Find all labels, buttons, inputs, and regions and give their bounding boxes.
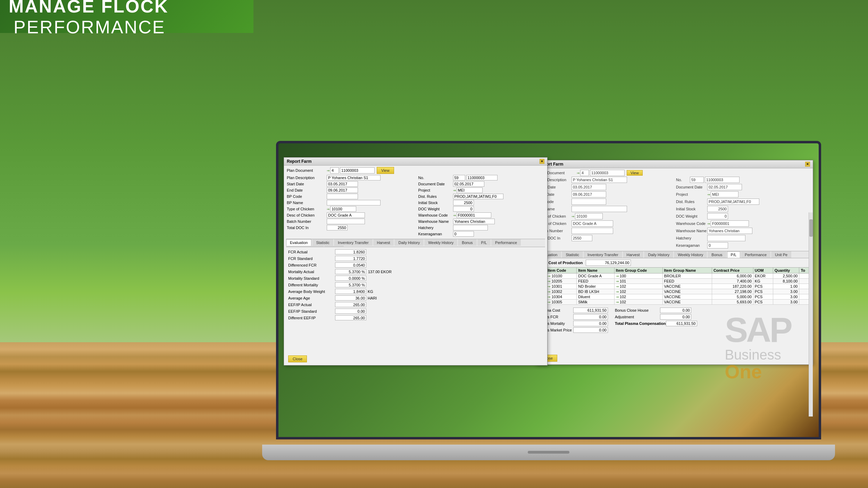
tab-weekly-right[interactable]: Weekly History bbox=[674, 251, 707, 258]
right-plan-desc-input[interactable] bbox=[571, 177, 627, 183]
right-plan-doc-num[interactable] bbox=[580, 170, 589, 176]
tab-performance-left[interactable]: Performance bbox=[491, 239, 521, 246]
cell-group-name: VACCINE bbox=[662, 300, 712, 305]
right-project-input[interactable] bbox=[711, 191, 738, 197]
eef-actual-label: EEF/IP Actual bbox=[288, 303, 335, 307]
left-start-date-input[interactable] bbox=[327, 181, 358, 187]
tab-unit-right[interactable]: Unit Pe bbox=[771, 251, 791, 258]
right-bp-code-input[interactable] bbox=[571, 199, 606, 205]
left-keseragaman-input[interactable] bbox=[453, 231, 474, 237]
left-project-input[interactable] bbox=[457, 187, 483, 193]
left-doc-weight-input[interactable] bbox=[453, 206, 474, 212]
left-end-date-input[interactable] bbox=[327, 187, 358, 193]
right-initial-stock-label: Initial Stock bbox=[676, 207, 707, 211]
eef-std-input[interactable] bbox=[335, 309, 366, 314]
bonus-close-house-input[interactable] bbox=[660, 308, 691, 313]
right-no-id[interactable] bbox=[705, 177, 740, 183]
left-batch-input[interactable] bbox=[327, 219, 365, 224]
right-keseragaman-input[interactable] bbox=[707, 242, 728, 249]
right-wh-name-input[interactable] bbox=[707, 228, 752, 234]
left-wh-name-input[interactable] bbox=[453, 219, 495, 224]
tab-statistic-left[interactable]: Statistic bbox=[312, 239, 333, 246]
left-toc-label: Type of Chicken bbox=[287, 207, 327, 211]
bonus-market-input[interactable] bbox=[573, 327, 608, 333]
cell-item-code: ⇒ 10304 bbox=[546, 294, 577, 300]
right-start-date-input[interactable] bbox=[571, 184, 606, 190]
avg-age-input[interactable] bbox=[335, 295, 366, 301]
tab-daily-right[interactable]: Daily History bbox=[644, 251, 673, 258]
left-project-arrow: ⇒ bbox=[453, 188, 456, 192]
diff-mort-input[interactable] bbox=[335, 282, 366, 287]
left-bp-name-input[interactable] bbox=[327, 200, 381, 205]
right-doc-input[interactable] bbox=[571, 220, 613, 227]
mort-actual-input[interactable] bbox=[335, 269, 366, 274]
right-bp-name-input[interactable] bbox=[571, 206, 627, 212]
left-dist-input[interactable] bbox=[453, 194, 503, 199]
left-close-button[interactable]: Close bbox=[288, 355, 307, 362]
right-doc-weight-input[interactable] bbox=[707, 213, 728, 219]
diff-fcr-input[interactable] bbox=[335, 262, 366, 268]
right-toc-input[interactable] bbox=[575, 213, 603, 219]
mort-std-label: Mortality Standard bbox=[288, 276, 335, 280]
left-toc-input[interactable] bbox=[330, 206, 356, 212]
left-plan-doc-id[interactable] bbox=[340, 167, 375, 174]
left-end-date-label: End Date bbox=[287, 188, 327, 192]
right-initial-stock-input[interactable] bbox=[707, 206, 728, 212]
eef-actual-input[interactable] bbox=[335, 302, 366, 307]
tab-weekly-left[interactable]: Weekly History bbox=[424, 239, 457, 246]
right-dist-input[interactable] bbox=[707, 199, 759, 205]
bonus-mortality-input[interactable] bbox=[573, 321, 608, 326]
right-batch-input[interactable] bbox=[571, 228, 613, 234]
tab-daily-left[interactable]: Daily History bbox=[394, 239, 424, 246]
left-plan-doc-num[interactable] bbox=[330, 167, 339, 174]
plasma-cost-input[interactable] bbox=[573, 308, 608, 313]
fcr-std-input[interactable] bbox=[335, 256, 366, 261]
diff-eef-input[interactable] bbox=[335, 315, 366, 320]
left-doc-date-input[interactable] bbox=[453, 181, 484, 187]
tab-performance-right[interactable]: Performance bbox=[741, 251, 770, 258]
left-no-id[interactable] bbox=[466, 175, 498, 180]
avg-body-unit: KG bbox=[368, 289, 373, 294]
tab-pl-right[interactable]: P/L bbox=[727, 251, 741, 258]
right-hatchery-input[interactable] bbox=[707, 235, 745, 241]
left-wh-code-input[interactable] bbox=[457, 212, 491, 218]
left-view-button[interactable]: View bbox=[377, 167, 394, 174]
left-bp-code-input[interactable] bbox=[327, 194, 358, 199]
tab-bonus-right[interactable]: Bonus bbox=[708, 251, 726, 258]
cell-quantity: 1.00 bbox=[773, 284, 799, 289]
cell-item-code: ⇒ 10305 bbox=[546, 300, 577, 305]
left-plan-desc-input[interactable] bbox=[327, 175, 381, 180]
left-no-value[interactable] bbox=[453, 175, 465, 180]
tab-harvest-right[interactable]: Harvest bbox=[623, 251, 644, 258]
avg-body-input[interactable] bbox=[335, 289, 366, 294]
fcr-actual-input[interactable] bbox=[335, 249, 366, 254]
tab-pl-left[interactable]: P/L bbox=[477, 239, 491, 246]
bonus-fcr-input[interactable] bbox=[573, 314, 608, 320]
left-hatchery-input[interactable] bbox=[453, 225, 488, 230]
total-plasma-input[interactable] bbox=[666, 321, 697, 326]
right-end-date-input[interactable] bbox=[571, 191, 606, 197]
right-no-value[interactable] bbox=[690, 177, 704, 183]
tab-bonus-left[interactable]: Bonus bbox=[458, 239, 476, 246]
table-row: 6 ⇒ 10305 SMilk ⇒ 102 VACCINE 5,693.00 P… bbox=[539, 300, 810, 305]
mort-std-input[interactable] bbox=[335, 276, 366, 281]
right-plan-doc-id[interactable] bbox=[590, 170, 625, 176]
right-wh-code-input[interactable] bbox=[711, 220, 749, 227]
tab-statistic-right[interactable]: Statistic bbox=[562, 251, 583, 258]
tab-inventory-right[interactable]: Inventory Transfer bbox=[584, 251, 622, 258]
right-view-button[interactable]: View bbox=[627, 170, 643, 176]
dialog-back-close-btn[interactable]: ✕ bbox=[805, 162, 810, 167]
tab-evaluation-left[interactable]: Evaluation bbox=[286, 239, 311, 246]
right-doc-date-input[interactable] bbox=[707, 184, 742, 190]
left-dialog-close-x[interactable]: ✕ bbox=[540, 159, 544, 164]
adjustment-input[interactable] bbox=[660, 314, 691, 320]
cell-contract-price: 6,000.00 bbox=[712, 274, 753, 279]
tab-inventory-left[interactable]: Inventory Transfer bbox=[334, 239, 373, 246]
left-desc-chicken-input[interactable] bbox=[327, 212, 365, 218]
left-total-doc-input[interactable] bbox=[327, 225, 348, 230]
left-initial-stock-input[interactable] bbox=[453, 200, 474, 205]
right-total-doc-input[interactable] bbox=[571, 235, 592, 241]
total-cost-input[interactable] bbox=[586, 260, 631, 266]
cell-item-code: ⇒ 10302 bbox=[546, 289, 577, 294]
tab-harvest-left[interactable]: Harvest bbox=[373, 239, 394, 246]
